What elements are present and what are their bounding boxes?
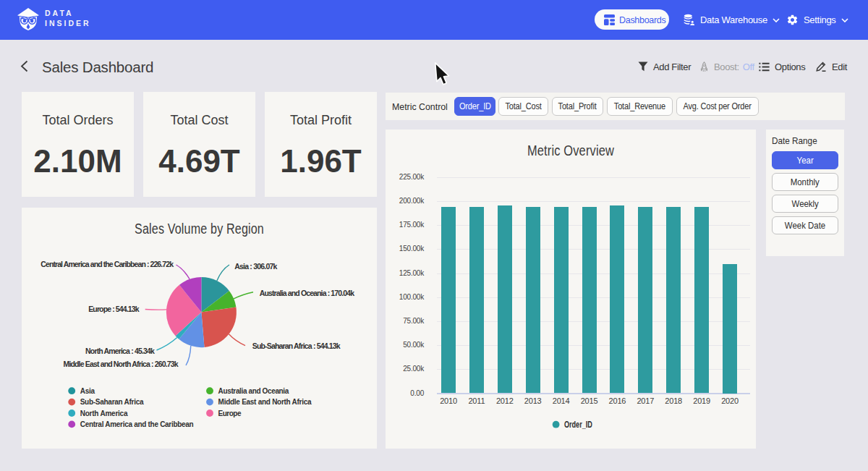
svg-text:Europe : 544.13k: Europe : 544.13k [88, 305, 140, 313]
svg-text:Middle East and North Africa :: Middle East and North Africa : 260.73k [64, 360, 179, 368]
svg-text:Asia: Asia [80, 387, 95, 395]
svg-text:Central America and the Caribb: Central America and the Caribbean [80, 420, 194, 428]
svg-text:Sub-Saharan Africa: Sub-Saharan Africa [80, 398, 144, 406]
svg-text:Asia : 306.07k: Asia : 306.07k [234, 262, 277, 271]
svg-text:North America : 45.34k: North America : 45.34k [85, 347, 155, 355]
svg-text:Europe: Europe [218, 410, 242, 417]
svg-text:Central America and the Caribb: Central America and the Caribbean : 226.… [41, 260, 174, 268]
svg-text:Australia and Oceania: Australia and Oceania [218, 387, 289, 395]
svg-text:Sub-Saharan Africa : 544.13k: Sub-Saharan Africa : 544.13k [252, 341, 341, 350]
svg-text:North America: North America [80, 410, 128, 417]
svg-text:Australia and Oceania : 170.04: Australia and Oceania : 170.04k [260, 289, 354, 297]
svg-text:Middle East and North Africa: Middle East and North Africa [218, 398, 312, 406]
svg-text:Order_ID: Order_ID [564, 420, 592, 430]
